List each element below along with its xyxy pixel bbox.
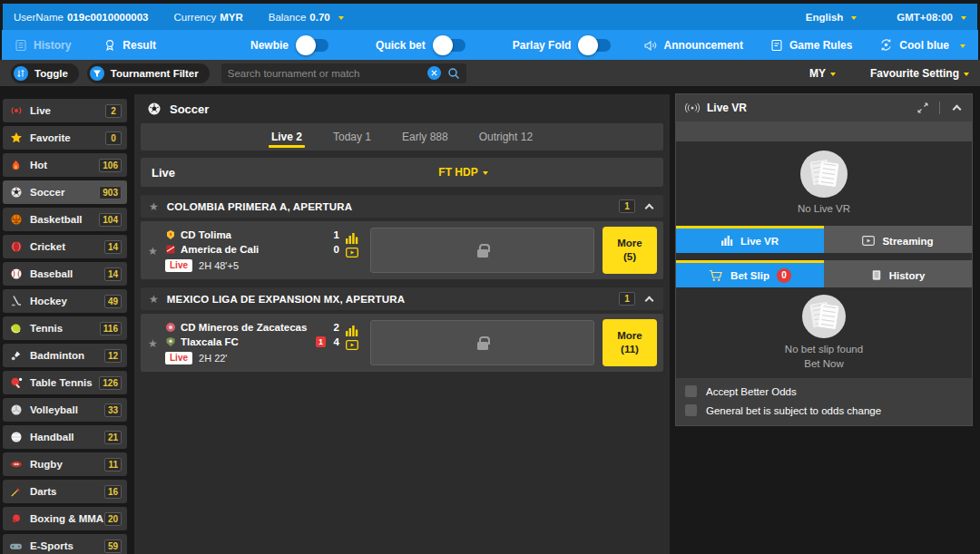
parlay-fold-toggle[interactable] [580,39,611,52]
sidebar-item-favorite[interactable]: Favorite 0 [3,126,127,150]
tab-early[interactable]: Early 888 [402,123,448,151]
sidebar-item-baseball[interactable]: Baseball 14 [3,262,127,286]
count-badge: 14 [104,267,122,281]
tab-label: Live VR [740,236,779,247]
quick-bet-toggle[interactable] [435,39,466,52]
tab-streaming[interactable]: Streaming [824,226,972,253]
count-badge: 20 [104,512,122,526]
collapse-icon[interactable] [953,105,962,114]
lock-icon [477,342,488,350]
odds-change-option[interactable]: General bet is subject to odds change [685,404,963,416]
tournament-filter-label: Tournament Filter [111,68,199,79]
top-bar: UserName 019c0010000003 Currency MYR Bal… [3,4,977,30]
sidebar-item-volleyball[interactable]: Volleyball 33 [3,398,127,422]
match-count-badge: 1 [619,292,635,306]
sidebar-item-hot[interactable]: Hot 106 [3,153,127,177]
sidebar-item-basketball[interactable]: Basketball 104 [3,208,127,231]
language-dropdown[interactable]: English [806,12,858,23]
star-icon[interactable]: ★ [148,337,158,350]
history-button[interactable]: History [15,39,71,52]
star-icon[interactable]: ★ [149,201,159,212]
sidebar-item-hockey[interactable]: Hockey 49 [3,289,127,313]
badminton-icon [9,349,23,363]
sidebar-item-table-tennis[interactable]: Table Tennis 126 [3,371,127,394]
search-input[interactable] [228,68,421,79]
announcement-button[interactable]: Announcement [643,39,743,52]
currency-display: Currency MYR [174,12,243,23]
sidebar-item-esports[interactable]: E-Sports 59 [3,534,127,554]
more-markets-button[interactable]: More (5) [603,227,657,274]
star-icon[interactable]: ★ [149,294,159,305]
chevron-down-icon [960,44,965,48]
game-rules-button[interactable]: Game Rules [770,39,852,52]
chevron-up-icon[interactable] [645,296,654,305]
sidebar-item-label: Handball [30,432,104,442]
sidebar-item-label: Tennis [30,323,100,334]
league-header[interactable]: ★ MEXICO LIGA DE EXPANSION MX, APERTURA … [141,287,663,310]
accept-better-odds-option[interactable]: Accept Better Odds [685,385,963,397]
league-header[interactable]: ★ COLOMBIA PRIMERA A, APERTURA 1 [141,195,663,218]
parlay-fold-label: Parlay Fold [513,39,572,52]
chevron-up-icon[interactable] [645,203,654,212]
sidebar-item-boxing[interactable]: Boxing & MMA 20 [3,507,127,530]
tab-today[interactable]: Today 1 [333,123,371,151]
tournament-filter-button[interactable]: Tournament Filter [87,63,210,83]
region-dropdown[interactable]: MY [809,67,836,80]
toggle-label: Toggle [34,68,68,79]
tab-bet-history[interactable]: History [824,260,972,287]
market-type-dropdown[interactable]: FT HDP [438,166,487,179]
star-icon[interactable]: ★ [148,245,158,258]
video-icon[interactable] [346,340,358,350]
video-icon[interactable] [346,248,358,258]
history-label: History [34,39,71,52]
more-markets-button[interactable]: More (11) [603,319,657,366]
megaphone-icon [643,39,658,52]
tab-live[interactable]: Live 2 [271,123,302,151]
sidebar-item-darts[interactable]: Darts 16 [3,480,127,503]
sidebar-item-cricket[interactable]: Cricket 14 [3,235,127,258]
home-score: 2 [330,322,339,333]
divider [670,94,676,554]
count-badge: 14 [104,240,122,254]
search-icon[interactable] [447,67,460,80]
favourite-setting-dropdown[interactable]: Favourite Setting [870,67,969,80]
announcement-label: Announcement [664,39,743,52]
tab-outright[interactable]: Outright 12 [479,123,533,151]
checkbox[interactable] [685,385,697,397]
home-score: 1 [330,229,339,240]
match-time: 2H 48'+5 [199,260,239,271]
balance-dropdown[interactable]: Balance 0.70 [269,12,344,23]
sports-sidebar: Live 2 Favorite 0 Hot 106 Soccer 903 Bas… [3,94,127,554]
sidebar-item-handball[interactable]: Handball 21 [3,425,127,449]
clear-search-icon[interactable] [427,66,441,80]
checkbox[interactable] [685,404,697,416]
bet-options: Accept Better Odds General bet is subjec… [676,378,972,425]
bars-icon [721,236,733,246]
tab-live-vr[interactable]: Live VR [676,226,824,253]
sidebar-item-soccer[interactable]: Soccer 903 [3,180,127,204]
count-badge: 903 [99,186,122,199]
newbie-toggle[interactable] [298,39,328,52]
sidebar-item-live[interactable]: Live 2 [3,99,127,122]
toggle-button[interactable]: Toggle [11,63,79,83]
balance-label: Balance [269,12,307,23]
stats-icon[interactable] [346,326,358,336]
period-tabbar: Live 2 Today 1 Early 888 Outright 12 [141,123,663,151]
document-icon [871,269,882,281]
sidebar-item-rugby[interactable]: Rugby 11 [3,452,127,476]
sidebar-item-tennis[interactable]: Tennis 116 [3,316,127,340]
cricket-icon [9,240,23,254]
quick-bet-toggle-group: Quick bet [376,39,466,52]
chevron-down-icon [338,16,344,20]
theme-switcher[interactable]: Cool blue [879,38,965,52]
result-button[interactable]: Result [103,39,156,52]
tab-label: History [889,270,926,281]
currency-label: Currency [174,12,217,23]
region-value: MY [809,67,826,80]
sidebar-item-badminton[interactable]: Badminton 12 [3,344,127,367]
timezone-dropdown[interactable]: GMT+08:00 [897,12,966,23]
tab-bet-slip[interactable]: Bet Slip 0 [676,260,824,287]
stats-icon[interactable] [346,233,358,244]
volleyball-icon [9,403,23,417]
expand-icon[interactable] [917,102,928,113]
